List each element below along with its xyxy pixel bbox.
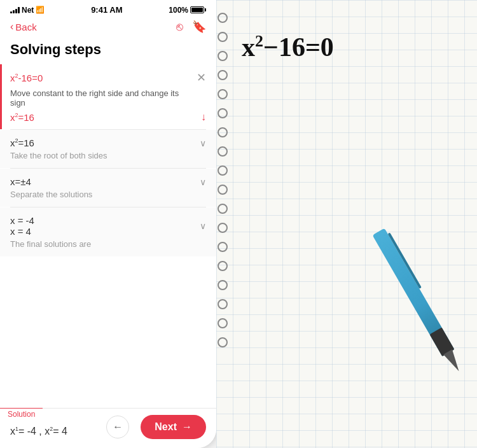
step-4-eq-line1: x = -4 [10, 215, 34, 226]
step-1-equation: x2-16=0 ✕ [10, 71, 206, 85]
bottom-bar: Solution x1= -4 , x2= 4 ← Next → [0, 408, 216, 448]
chevron-down-icon: ∨ [200, 138, 206, 148]
bookmark-icon[interactable]: 🔖 [192, 20, 206, 34]
carrier-name: Net [22, 6, 34, 15]
spiral-ring [218, 127, 228, 137]
status-left: Net 📶 [10, 6, 45, 15]
nav-icons: ⎋ 🔖 [176, 20, 206, 34]
spiral-ring [218, 280, 228, 290]
battery-icon [190, 6, 206, 13]
spiral-ring [218, 337, 228, 347]
spiral-ring [218, 242, 228, 252]
step-3-description: Separate the solutions [10, 190, 206, 199]
step-3-equation: x=±4 [10, 176, 31, 187]
spiral-ring [218, 146, 228, 157]
wifi-icon: 📶 [36, 6, 45, 14]
phone-panel: Net 📶 9:41 AM 100% ‹ Back ⎋ 🔖 Solving st… [0, 0, 216, 448]
back-chevron-icon: ‹ [10, 21, 13, 32]
pen-tip [443, 349, 463, 374]
next-arrow-icon: → [182, 421, 192, 433]
close-icon[interactable]: ✕ [197, 71, 206, 85]
solution-values: x1= -4 , x2= 4 [10, 426, 106, 437]
solution-label: Solution [0, 408, 43, 420]
spiral-ring [218, 261, 228, 271]
step-3-collapsed[interactable]: x=±4 ∨ Separate the solutions [0, 169, 216, 207]
chevron-down-icon: ∨ [200, 177, 206, 187]
step-4-eq-line2: x = 4 [10, 226, 34, 237]
handwritten-equation: x2−16=0 [242, 32, 464, 62]
signal-icon [10, 7, 20, 13]
spiral-ring [218, 70, 228, 80]
spiral-ring [218, 223, 228, 233]
spiral-ring [218, 165, 228, 176]
status-right: 100% [169, 6, 206, 15]
spiral-ring [218, 299, 228, 309]
steps-area: x2-16=0 ✕ Move constant to the right sid… [0, 64, 216, 408]
left-arrow-icon: ← [113, 421, 123, 433]
spiral-ring [218, 89, 228, 99]
notebook-panel: x2−16=0 [216, 0, 477, 448]
spiral-binding [216, 0, 229, 448]
back-circle-button[interactable]: ← [106, 416, 129, 438]
next-label: Next [155, 421, 177, 433]
status-bar: Net 📶 9:41 AM 100% [0, 0, 216, 17]
chevron-down-icon: ∨ [200, 221, 206, 231]
spiral-ring [218, 204, 228, 214]
spiral-ring [218, 51, 228, 61]
step-1-highlighted: x2-16=0 ✕ Move constant to the right sid… [0, 64, 216, 129]
clock: 9:41 AM [91, 5, 122, 15]
back-label: Back [15, 22, 36, 32]
step-1-result: x2=16 ↓ [10, 111, 206, 123]
step-1-description: Move constant to the right side and chan… [10, 88, 206, 108]
battery-percent: 100% [169, 6, 188, 15]
step-4-description: The final solutions are [10, 239, 206, 249]
back-button[interactable]: ‹ Back [10, 21, 37, 32]
step-2-collapsed[interactable]: x2=16 ∨ Take the root of both sides [0, 130, 216, 168]
spiral-ring [218, 318, 228, 328]
share-icon[interactable]: ⎋ [176, 20, 183, 34]
nav-bar: ‹ Back ⎋ 🔖 [0, 17, 216, 39]
spiral-ring [218, 108, 228, 118]
spiral-ring [218, 32, 228, 42]
spiral-ring [218, 185, 228, 195]
spiral-ring [218, 13, 228, 23]
step-4-final[interactable]: x = -4 x = 4 ∨ The final solutions are [0, 207, 216, 256]
step-2-description: Take the root of both sides [10, 151, 206, 160]
expand-icon[interactable]: ↓ [201, 111, 206, 123]
page-title: Solving steps [0, 39, 216, 64]
next-button[interactable]: Next → [141, 415, 206, 439]
